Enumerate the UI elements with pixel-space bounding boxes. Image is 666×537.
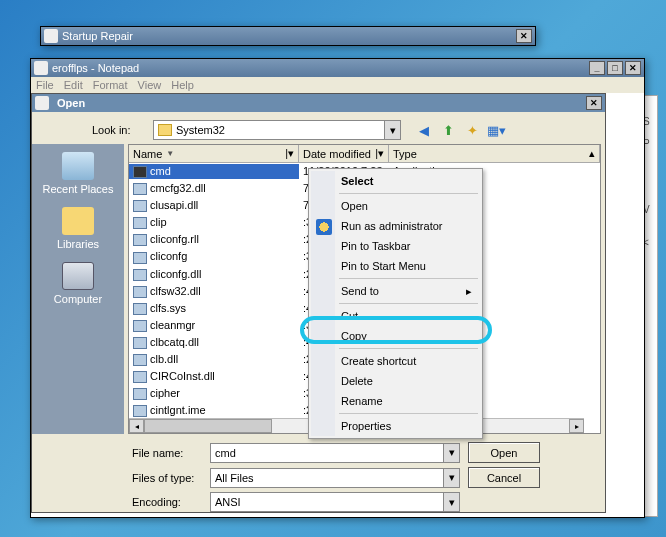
file-icon <box>133 166 147 178</box>
menu-item-copy[interactable]: Copy <box>311 326 480 346</box>
separator <box>339 278 478 279</box>
dialog-icon <box>35 96 49 110</box>
menu-item-pin-to-taskbar[interactable]: Pin to Taskbar <box>311 236 480 256</box>
menu-item-properties[interactable]: Properties <box>311 416 480 436</box>
place-icon <box>62 207 94 235</box>
open-button[interactable]: Open <box>468 442 540 463</box>
chevron-down-icon[interactable]: ▾ <box>384 121 400 139</box>
separator <box>339 193 478 194</box>
maximize-button[interactable]: □ <box>607 61 623 75</box>
menu-format[interactable]: Format <box>93 79 128 91</box>
encoding-label: Encoding: <box>132 496 202 508</box>
menu-help[interactable]: Help <box>171 79 194 91</box>
title-text: Startup Repair <box>62 30 514 42</box>
separator <box>339 413 478 414</box>
menubar: FileEditFormatViewHelp <box>31 77 644 93</box>
place-icon <box>62 152 94 180</box>
chevron-down-icon[interactable]: ▾ <box>443 493 459 511</box>
menu-item-run-as-administrator[interactable]: Run as administrator <box>311 216 480 236</box>
file-icon <box>133 371 147 383</box>
file-icon <box>133 200 147 212</box>
menu-item-open[interactable]: Open <box>311 196 480 216</box>
app-icon <box>44 29 58 43</box>
menu-file[interactable]: File <box>36 79 54 91</box>
chevron-down-icon[interactable]: ▾ <box>443 444 459 462</box>
filetype-label: Files of type: <box>132 472 202 484</box>
menu-edit[interactable]: Edit <box>64 79 83 91</box>
menu-item-delete[interactable]: Delete <box>311 371 480 391</box>
place-icon <box>62 262 94 290</box>
cancel-button[interactable]: Cancel <box>468 467 540 488</box>
lookin-value: System32 <box>176 124 225 136</box>
file-icon <box>133 320 147 332</box>
new-folder-icon[interactable]: ✦ <box>463 121 481 139</box>
window-startup-repair: Startup Repair ✕ <box>40 26 536 46</box>
menu-item-pin-to-start-menu[interactable]: Pin to Start Menu <box>311 256 480 276</box>
column-date[interactable]: Date modified|▾ <box>299 145 389 162</box>
menu-item-cut[interactable]: Cut <box>311 306 480 326</box>
file-icon <box>133 286 147 298</box>
view-menu-icon[interactable]: ▦▾ <box>487 121 505 139</box>
column-name[interactable]: Name▼|▾ <box>129 145 299 162</box>
file-icon <box>133 388 147 400</box>
file-icon <box>133 269 147 281</box>
separator <box>339 348 478 349</box>
file-icon <box>133 354 147 366</box>
menu-item-send-to[interactable]: Send to▸ <box>311 281 480 301</box>
close-button[interactable]: ✕ <box>625 61 641 75</box>
close-button[interactable]: ✕ <box>586 96 602 110</box>
menu-view[interactable]: View <box>138 79 162 91</box>
filename-input[interactable]: cmd ▾ <box>210 443 460 463</box>
file-icon <box>133 337 147 349</box>
up-icon[interactable]: ⬆ <box>439 121 457 139</box>
app-icon <box>34 61 48 75</box>
file-icon <box>133 252 147 264</box>
place-libraries[interactable]: Libraries <box>57 207 99 250</box>
shield-icon <box>316 219 332 235</box>
context-menu: SelectOpenRun as administratorPin to Tas… <box>308 168 483 439</box>
column-type[interactable]: Type▴ <box>389 145 600 162</box>
file-icon <box>133 303 147 315</box>
file-icon <box>133 405 147 417</box>
back-icon[interactable]: ◀ <box>415 121 433 139</box>
file-icon <box>133 183 147 195</box>
separator <box>339 303 478 304</box>
submenu-arrow-icon: ▸ <box>466 285 472 298</box>
filename-label: File name: <box>132 447 202 459</box>
filetype-combo[interactable]: All Files ▾ <box>210 468 460 488</box>
close-button[interactable]: ✕ <box>516 29 532 43</box>
minimize-button[interactable]: _ <box>589 61 605 75</box>
place-computer[interactable]: Computer <box>54 262 102 305</box>
dialog-title: Open <box>57 97 584 109</box>
file-icon <box>133 217 147 229</box>
menu-item-create-shortcut[interactable]: Create shortcut <box>311 351 480 371</box>
encoding-combo[interactable]: ANSI ▾ <box>210 492 460 512</box>
place-recent-places[interactable]: Recent Places <box>43 152 114 195</box>
lookin-combo[interactable]: System32 ▾ <box>153 120 401 140</box>
menu-item-rename[interactable]: Rename <box>311 391 480 411</box>
file-icon <box>133 234 147 246</box>
lookin-label: Look in: <box>92 124 147 136</box>
title-text: erofflps - Notepad <box>52 62 587 74</box>
folder-icon <box>158 124 172 136</box>
chevron-down-icon[interactable]: ▾ <box>443 469 459 487</box>
places-bar: Recent PlacesLibrariesComputer <box>32 144 124 434</box>
menu-item-select[interactable]: Select <box>311 171 480 191</box>
